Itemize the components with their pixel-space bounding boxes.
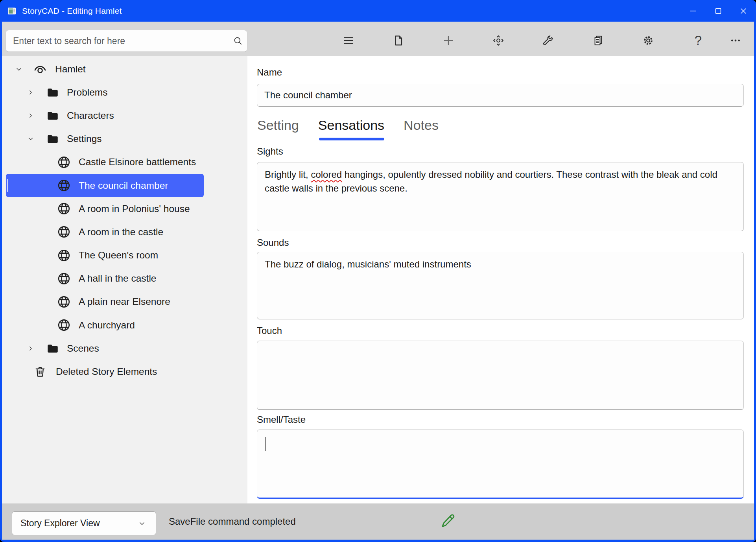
search-box[interactable] [6,30,247,52]
trash-icon [33,364,48,379]
minimize-icon [688,6,698,16]
name-label: Name [257,67,282,78]
tree-item-label: Characters [67,110,114,121]
smell-taste-textarea[interactable] [257,430,744,499]
search-icon[interactable] [229,36,247,46]
tree-item-a-room-in-the-castle[interactable]: A room in the castle [6,220,204,243]
help-button[interactable]: ? [688,30,709,51]
chevron-down-icon[interactable] [25,135,37,143]
sounds-text: The buzz of dialog, musicians' muted ins… [265,259,471,269]
pencil-icon [439,513,457,531]
view-selector-value: Story Explorer View [20,518,138,529]
chevron-right-icon[interactable] [25,88,37,96]
add-button[interactable] [438,30,459,51]
tree-item-the-queens-room[interactable]: The Queen's room [6,244,204,267]
globe-icon [56,155,71,170]
maximize-button[interactable] [706,0,731,22]
tab-setting[interactable]: Setting [257,117,299,133]
minimize-button[interactable] [680,0,706,22]
tree-item-label: Deleted Story Elements [56,366,157,377]
touch-textarea[interactable] [257,341,744,410]
folder-icon [45,131,60,146]
window-title: StoryCAD - Editing Hamlet [22,6,122,16]
chevron-down-icon [138,519,146,528]
setting-editor-panel: Name Setting Sensations Notes Sights Bri… [247,56,754,503]
chevron-right-icon[interactable] [25,345,37,352]
search-input[interactable] [6,36,229,46]
tools-button[interactable] [538,30,559,51]
tools-icon [542,34,555,47]
sounds-label: Sounds [257,237,289,248]
tab-sensations[interactable]: Sensations [318,117,384,133]
tree-item-characters[interactable]: Characters [6,104,204,127]
overview-eye-icon [33,62,48,77]
reports-icon [592,34,605,47]
tree-item-label: A room in Polonius' house [79,203,190,214]
globe-icon [56,271,71,286]
folder-icon [45,85,60,100]
settings-button[interactable] [638,30,659,51]
maximize-icon [714,6,723,16]
tree-item-a-room-in-polonius-house[interactable]: A room in Polonius' house [6,197,204,220]
more-icon [729,34,742,47]
navigation-tree: Hamlet Problems Characters [2,56,247,503]
globe-icon [56,318,71,333]
tree-item-hamlet[interactable]: Hamlet [6,57,204,81]
tree-item-the-council-chamber[interactable]: The council chamber [6,174,204,197]
sights-textarea[interactable]: Brightly lit, colored hangings, opulentl… [257,162,744,231]
help-icon: ? [695,33,702,48]
close-button[interactable] [731,0,756,22]
tree-item-settings[interactable]: Settings [6,127,204,151]
more-button[interactable] [725,30,746,51]
reports-button[interactable] [588,30,609,51]
tree-item-a-hall-in-the-castle[interactable]: A hall in the castle [6,267,204,290]
globe-icon [56,178,71,193]
chevron-down-icon[interactable] [13,65,25,74]
tree-item-label: A churchyard [79,320,135,331]
app-icon [7,6,17,16]
tab-notes[interactable]: Notes [404,117,439,133]
tree-item-label: Castle Elsinore battlements [79,157,196,168]
name-input[interactable] [257,84,744,107]
tree-item-problems[interactable]: Problems [6,81,204,104]
misspelled-word: colored [311,169,342,180]
tree-item-a-plain-near-elsenore[interactable]: A plain near Elsenore [6,290,204,313]
view-selector-dropdown[interactable]: Story Explorer View [12,511,156,535]
touch-label: Touch [257,325,282,336]
file-icon [392,34,405,47]
tree-item-label: Hamlet [55,64,86,75]
smell-taste-label: Smell/Taste [257,414,306,425]
tree-item-label: Settings [67,133,102,144]
globe-icon [56,294,71,309]
tree-item-a-churchyard[interactable]: A churchyard [6,313,204,337]
tree-item-castle-elsinore-battlements[interactable]: Castle Elsinore battlements [6,151,204,174]
tree-item-label: Scenes [67,343,99,354]
chevron-right-icon[interactable] [25,112,37,120]
tree-item-label: A hall in the castle [79,273,156,284]
sounds-textarea[interactable]: The buzz of dialog, musicians' muted ins… [257,252,744,319]
tree-item-label: The council chamber [79,180,168,191]
move-button[interactable] [488,30,509,51]
folder-icon [45,108,60,123]
settings-icon [642,34,655,47]
tree-item-label: A plain near Elsenore [79,296,170,307]
folder-icon [45,341,60,356]
tab-strip: Setting Sensations Notes [257,117,439,133]
sights-label: Sights [257,146,283,157]
add-icon [442,34,455,47]
globe-icon [56,248,71,263]
toolbar: ? [2,22,754,56]
tree-item-label: The Queen's room [79,250,158,261]
status-message: SaveFile command completed [169,503,296,540]
tree-item-label: Problems [67,87,107,98]
tree-item-scenes[interactable]: Scenes [6,337,204,360]
close-icon [739,6,748,16]
move-icon [492,34,505,47]
globe-icon [56,201,71,216]
tree-item-deleted-story-elements[interactable]: Deleted Story Elements [6,360,204,383]
sights-text: Brightly lit, [265,169,311,180]
file-button[interactable] [388,30,409,51]
titlebar: StoryCAD - Editing Hamlet [0,0,756,22]
tree-item-label: A room in the castle [79,227,163,238]
menu-button[interactable] [338,30,359,51]
